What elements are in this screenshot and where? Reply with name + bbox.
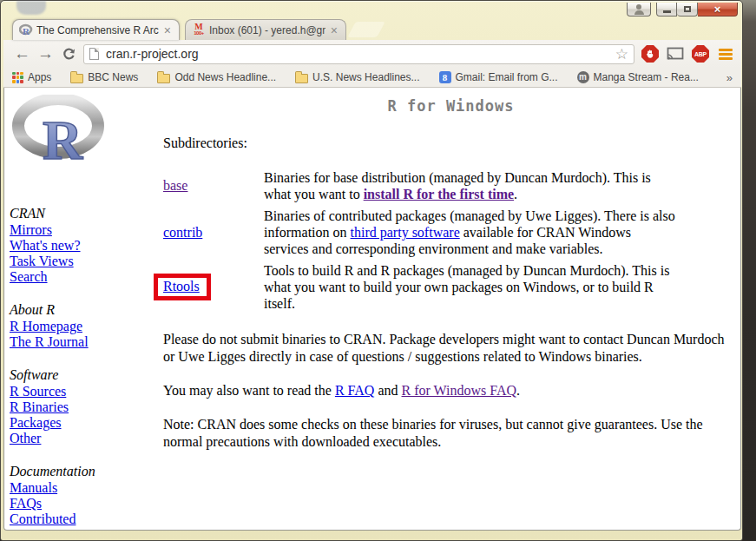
close-icon: × [714,3,721,16]
bookmarks-overflow-icon[interactable]: » [726,71,733,84]
sidebar-item-whats-new[interactable]: What's new? [10,238,159,254]
r-windows-faq-link[interactable]: R for Windows FAQ [402,383,517,398]
main-content: R for Windows Subdirectories: base Binar… [163,91,739,451]
subdirectory-table: base Binaries for base distribution (man… [163,167,675,314]
bookmark-gmail[interactable]: 8 Gmail: Email from G... [439,71,558,83]
cast-extension-icon[interactable] [667,47,684,61]
paragraph-virus-note: Note: CRAN does some checks on these bin… [163,416,739,451]
sidebar-item-faqs[interactable]: FAQs [10,496,159,511]
contrib-link[interactable]: contrib [163,225,202,240]
r-faq-link[interactable]: R FAQ [335,383,375,398]
profile-avatar-button[interactable] [627,3,651,16]
bookmark-folder-bbc[interactable]: BBC News [70,71,138,83]
tab-gmail[interactable]: M 100+ Inbox (601) - yered.h@gm × [185,19,346,40]
restore-button[interactable] [677,3,698,16]
glass-reflection [16,1,46,15]
sidebar-heading: Software [10,367,159,383]
base-description: Binaries for base distribution (managed … [264,167,675,205]
extension-icons: ABP [641,45,734,63]
svg-text:R: R [43,109,83,166]
sidebar: R CRAN Mirrors What's new? Task Views Se… [10,93,159,527]
close-button[interactable]: × [698,3,738,16]
url-text[interactable]: cran.r-project.org [106,47,615,61]
google-icon: 8 [439,71,451,83]
sidebar-section-about: About R R Homepage The R Journal [10,302,159,350]
sidebar-section-documentation: Documentation Manuals FAQs Contributed [10,464,159,527]
stop-hand-extension-icon[interactable] [641,45,659,63]
sidebar-item-packages[interactable]: Packages [10,415,159,431]
svg-text:R: R [23,26,30,36]
apps-shortcut[interactable]: Apps [12,71,51,83]
tab-close-icon[interactable]: × [329,25,339,36]
sidebar-item-r-homepage[interactable]: R Homepage [10,319,159,334]
apps-grid-icon [12,72,23,83]
sidebar-section-software: Software R Sources R Binaries Packages O… [10,367,159,446]
page-icon [89,48,99,60]
paragraph-submission-note: Please do not submit binaries to CRAN. P… [163,331,739,366]
table-row-contrib: contrib Binaries of contributed packages… [163,205,675,260]
page-content: R CRAN Mirrors What's new? Task Views Se… [3,88,741,531]
folder-icon [157,74,170,83]
page-title: R for Windows [163,97,739,115]
sidebar-item-manuals[interactable]: Manuals [10,480,159,496]
minimize-icon [663,10,671,13]
tab-strip: R The Comprehensive R Arc × M 100+ Inbox… [1,19,742,40]
gmail-favicon-icon: M 100+ [192,23,206,37]
rtools-link[interactable]: Rtools [163,279,200,294]
sidebar-item-contributed[interactable]: Contributed [10,511,159,527]
tab-title: The Comprehensive R Arc [36,24,159,36]
bookmark-folder-us-news[interactable]: U.S. News Headlines... [295,71,419,83]
paragraph-faq: You may also want to read the R FAQ and … [163,382,739,399]
third-party-software-link[interactable]: third party software [351,225,460,240]
bookmark-mangastream[interactable]: m Manga Stream - Rea... [577,71,699,83]
tab-close-icon[interactable]: × [162,25,173,36]
bookmark-star-icon[interactable]: ☆ [615,47,628,62]
forward-icon[interactable]: → [34,44,57,63]
table-row-base: base Binaries for base distribution (man… [163,167,675,205]
person-icon [634,4,644,15]
subdirectories-label: Subdirectories: [163,135,739,151]
r-logo: R [11,95,159,169]
new-tab-button[interactable] [347,22,385,37]
sidebar-item-r-sources[interactable]: R Sources [10,384,159,399]
window-controls: × [627,3,738,16]
table-row-rtools: Rtools Tools to build R and R packages (… [163,260,675,314]
install-r-link[interactable]: install R for the first time [364,187,514,201]
tab-title: Inbox (601) - yered.h@gm [209,24,325,36]
rtools-highlight-annotation: Rtools [154,274,211,300]
adblock-plus-extension-icon[interactable]: ABP [692,45,709,63]
bookmarks-bar: Apps BBC News Odd News Headline... U.S. … [3,68,741,88]
sidebar-item-mirrors[interactable]: Mirrors [10,222,159,238]
mangastream-icon: m [577,71,589,83]
r-favicon-icon: R [19,23,33,37]
sidebar-heading: CRAN [10,206,159,221]
chrome-menu-icon[interactable] [717,47,734,62]
sidebar-heading: Documentation [10,464,159,479]
sidebar-section-cran: CRAN Mirrors What's new? Task Views Sear… [10,206,159,285]
base-link[interactable]: base [163,178,187,193]
contrib-description: Binaries of contributed packages (manage… [264,205,675,260]
folder-icon [70,74,83,83]
minimize-button[interactable] [656,3,677,16]
bookmark-folder-odd-news[interactable]: Odd News Headline... [157,71,276,83]
sidebar-heading: About R [10,302,159,318]
sidebar-item-r-journal[interactable]: The R Journal [10,334,159,350]
tab-cran[interactable]: R The Comprehensive R Arc × [12,19,180,40]
rtools-description: Tools to build R and R packages (managed… [264,260,675,314]
browser-toolbar: ← → cran.r-project.org ☆ [3,40,741,68]
folder-icon [295,74,308,83]
sidebar-item-other[interactable]: Other [10,431,159,446]
reload-icon[interactable] [57,47,80,62]
restore-icon [684,6,691,12]
sidebar-item-r-binaries[interactable]: R Binaries [10,399,159,415]
address-bar[interactable]: cran.r-project.org ☆ [83,44,634,64]
sidebar-item-search[interactable]: Search [10,269,159,285]
sidebar-item-task-views[interactable]: Task Views [10,254,159,269]
browser-window: × R The Comprehensive R Arc × M 100+ Inb… [0,0,743,541]
back-icon[interactable]: ← [10,44,34,63]
